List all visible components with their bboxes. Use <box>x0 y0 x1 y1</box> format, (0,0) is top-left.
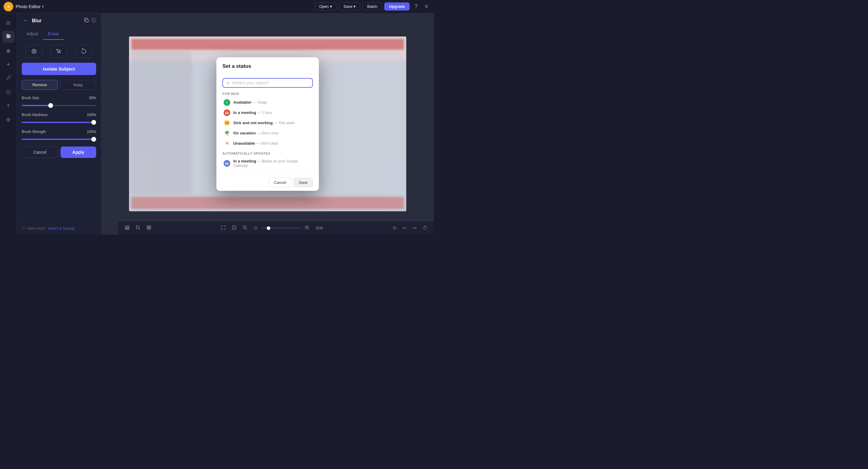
tutorial-link[interactable]: Here's a Tutorial <box>48 226 74 230</box>
option-meeting-meta: — 1 hour <box>257 111 272 115</box>
svg-rect-13 <box>147 226 149 227</box>
menu-button[interactable]: ≡ <box>422 2 430 11</box>
dialog-title: Set a status <box>222 63 251 69</box>
option-vacation-label: On vacation <box>233 131 255 135</box>
app-logo <box>4 2 13 11</box>
option-vacation-text: On vacation — Don't clear <box>233 131 278 135</box>
tab-erase[interactable]: Erase <box>43 28 64 40</box>
icon-sidebar: ⊞ ◉ ✦ <box>0 13 17 234</box>
brush-size-row: Brush Size 38% <box>22 96 96 107</box>
brush-strength-slider[interactable] <box>22 139 96 140</box>
adjustments-icon <box>6 33 11 40</box>
brush-hardness-slider[interactable] <box>22 122 96 123</box>
zoom-value: 31% <box>314 226 325 230</box>
tab-adjust[interactable]: Adjust <box>22 28 43 40</box>
zoom-slider[interactable] <box>261 227 301 228</box>
status-search-input[interactable] <box>232 81 309 85</box>
apply-button[interactable]: Apply <box>61 147 96 158</box>
option-unavailable-label: Unavailable <box>233 141 255 146</box>
dialog-body: ☺ For MUO ✓ Available! — Today <box>216 74 319 174</box>
option-unavailable-meta: — Don't clear <box>256 142 278 146</box>
dialog-header: Set a status <box>216 57 319 74</box>
app-name[interactable]: Photo Editor ▾ <box>16 4 44 9</box>
magic-icon: ✦ <box>6 61 10 68</box>
sidebar-text-btn[interactable]: T <box>2 100 14 112</box>
dialog-save-button[interactable]: Save <box>293 178 313 187</box>
erase-select-tool[interactable] <box>50 44 67 58</box>
panel-body: Isolate Subject Remove Keep Brush Size 3… <box>17 40 101 222</box>
keep-button[interactable]: Keep <box>60 80 96 90</box>
svg-point-2 <box>7 34 8 36</box>
brush-icon <box>6 75 11 82</box>
dialog-option-available[interactable]: ✓ Available! — Today <box>222 97 313 107</box>
bottom-center-zoom: ⊙ 31% <box>219 224 325 232</box>
help-button[interactable]: ? <box>412 2 420 11</box>
available-icon: ✓ <box>224 99 230 106</box>
unavailable-icon: ✕ <box>224 140 230 147</box>
history-button[interactable]: ⏱ <box>421 224 429 232</box>
erase-brush-tool[interactable] <box>26 44 42 58</box>
brush-hardness-label: Brush Hardness <box>22 113 48 117</box>
sidebar-layers-btn[interactable]: ⊞ <box>2 17 14 29</box>
dialog-search-row: ☺ <box>222 78 313 88</box>
cancel-button[interactable]: Cancel <box>22 147 58 158</box>
erase-reset-tool[interactable] <box>75 44 92 58</box>
option-available-label: Available! <box>233 100 252 104</box>
dialog-option-vacation[interactable]: 🌴 On vacation — Don't clear <box>222 128 313 138</box>
redo-button[interactable]: ↪ <box>411 224 418 232</box>
dialog-option-meeting[interactable]: 📅 In a meeting — 1 hour <box>222 107 313 118</box>
batch-button[interactable]: Batch <box>363 2 381 10</box>
svg-rect-7 <box>86 19 88 22</box>
remove-keep-toggle: Remove Keep <box>22 80 96 90</box>
sidebar-adjustments-btn[interactable] <box>2 31 14 43</box>
fit-to-screen-button[interactable] <box>219 224 227 232</box>
panel-info-button[interactable]: ⓘ <box>91 18 96 24</box>
dialog-option-unavailable[interactable]: ✕ Unavailable — Don't clear <box>222 138 313 149</box>
option-vacation-meta: — Don't clear <box>257 131 278 135</box>
svg-rect-8 <box>32 49 36 53</box>
dialog-option-sick[interactable]: 🤒 Sick and not working — This week <box>222 118 313 128</box>
canvas-area[interactable]: Set a status ☺ For MUO ✓ <box>101 13 434 234</box>
brush-size-slider[interactable] <box>22 105 96 106</box>
dialog-option-auto-meeting[interactable]: 📅 In a meeting — Based on your Google Ca… <box>222 157 313 170</box>
text-icon: T <box>7 103 10 109</box>
upgrade-button[interactable]: Upgrade <box>384 2 410 10</box>
grid-icon: ⊟ <box>6 89 10 96</box>
dialog-cancel-button[interactable]: Cancel <box>269 178 291 187</box>
topbar: Photo Editor ▾ Open ▾ Save ▾ Batch Upgra… <box>0 0 434 13</box>
save-button[interactable]: Save ▾ <box>339 2 361 10</box>
meeting-icon: 📅 <box>224 110 230 116</box>
sidebar-brush-btn[interactable] <box>2 72 14 84</box>
zoom-reset-button[interactable]: ⊙ <box>252 224 259 232</box>
brush-strength-row: Brush Strength 100% <box>22 130 96 141</box>
dialog-overlay: Set a status ☺ For MUO ✓ <box>129 36 406 211</box>
undo-button[interactable]: ↩ <box>401 224 408 232</box>
layers-icon: ⊞ <box>6 20 10 26</box>
layers-panel-button[interactable] <box>123 224 131 232</box>
svg-rect-16 <box>149 228 151 229</box>
crop-button[interactable] <box>134 224 142 232</box>
open-button[interactable]: Open ▾ <box>315 2 337 10</box>
main-layout: ⊞ ◉ ✦ <box>0 13 434 234</box>
sidebar-effects-btn[interactable]: ❋ <box>2 114 14 126</box>
refresh-button[interactable]: ↻ <box>391 224 398 232</box>
zoom-in-button[interactable] <box>303 224 311 232</box>
brush-size-label: Brush Size <box>22 96 39 100</box>
panel-copy-button[interactable] <box>84 18 89 24</box>
bottom-bar: ⊙ 31% ↻ ↩ ↪ ⏱ <box>118 221 434 234</box>
sidebar-magic-btn[interactable]: ✦ <box>2 59 14 70</box>
zoom-out-button[interactable] <box>241 224 249 232</box>
svg-point-9 <box>33 50 35 52</box>
vacation-icon: 🌴 <box>224 130 230 136</box>
left-panel: ← Blur ⓘ Adjust Erase <box>17 13 101 234</box>
option-sick-label: Sick and not working <box>233 121 273 125</box>
grid-view-button[interactable] <box>145 224 153 232</box>
panel-back-button[interactable]: ← <box>22 18 30 24</box>
info-icon: ⓘ <box>22 226 25 231</box>
sidebar-grid-btn[interactable]: ⊟ <box>2 86 14 98</box>
zoom-fit-button[interactable] <box>230 224 239 232</box>
tool-icons-row <box>22 44 96 58</box>
remove-button[interactable]: Remove <box>22 80 58 90</box>
sidebar-eye-btn[interactable]: ◉ <box>2 44 14 57</box>
isolate-subject-button[interactable]: Isolate Subject <box>22 63 96 75</box>
